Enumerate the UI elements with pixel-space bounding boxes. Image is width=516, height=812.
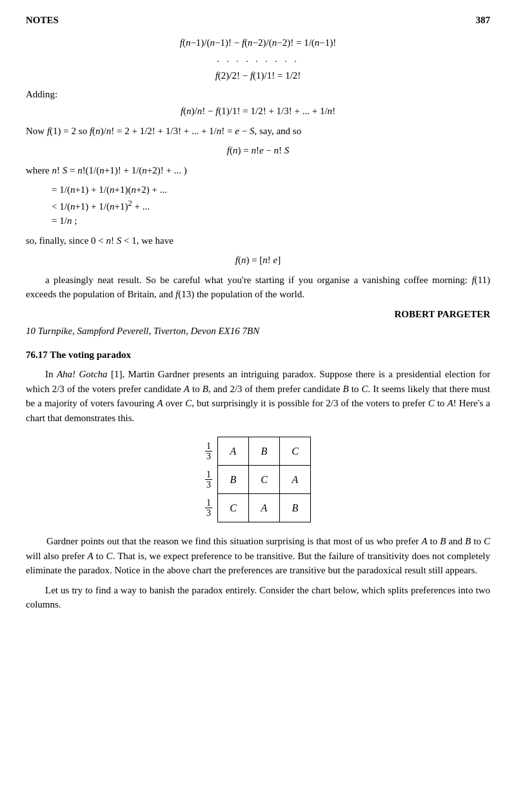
fraction-1-3-third: 1 3 (205, 494, 212, 522)
cell-2-1: B (218, 466, 249, 494)
math-line-2: f(2)/2! − f(1)/1! = 1/2! (26, 68, 490, 83)
header-left: NOTES (26, 13, 59, 28)
math-line-1: f(n−1)/(n−1)! − f(n−2)/(n−2)! = 1/(n−1)! (26, 35, 490, 50)
cell-2-2: C (249, 466, 280, 494)
cell-1-3: C (280, 437, 311, 466)
voting-chart: 1 3 1 3 1 3 A B C (26, 437, 490, 522)
chart-with-fractions: 1 3 1 3 1 3 A B C (205, 437, 311, 522)
frac-3: 1 3 (205, 494, 215, 522)
table-row-2: B C A (218, 466, 311, 494)
cell-3-2: A (249, 494, 280, 522)
math-line-3: f(n)/n! − f(1)/1! = 1/2! + 1/3! + ... + … (26, 104, 490, 119)
cell-1-2: B (249, 437, 280, 466)
math-line-5: f(n) = [n! e] (26, 253, 490, 268)
address: 10 Turnpike, Sampford Peverell, Tiverton… (26, 324, 490, 339)
neat-result-para: a pleasingly neat result. So be careful … (26, 273, 490, 302)
fraction-1-3-second: 1 3 (205, 466, 212, 494)
cell-2-3: A (280, 466, 311, 494)
gardner-para: Gardner points out that the reason we fi… (26, 534, 490, 578)
intro-para: In Aha! Gotcha [1], Martin Gardner prese… (26, 367, 490, 425)
math-line-4: f(n) = n!e − n! S (26, 143, 490, 158)
fraction-1-3-first: 1 3 (205, 437, 212, 466)
page-header: NOTES 387 (26, 13, 490, 28)
banish-para: Let us try to find a way to banish the p… (26, 583, 490, 612)
where-text: where n! S = n!(1/(n+1)! + 1/(n+2)! + ..… (26, 163, 490, 178)
eq1: = 1/(n+1) + 1/(n+1)(n+2) + ... (52, 183, 490, 197)
frac-2: 1 3 (205, 466, 215, 494)
dots-line: . . . . . . . . . (26, 52, 490, 66)
finally-text: so, finally, since 0 < n! S < 1, we have (26, 233, 490, 248)
header-right: 387 (476, 13, 491, 28)
preference-table: A B C B C A C A B (217, 437, 311, 522)
eq3: = 1/n ; (52, 213, 490, 228)
cell-3-3: B (280, 494, 311, 522)
cell-1-1: A (218, 437, 249, 466)
table-row-1: A B C (218, 437, 311, 466)
fraction-labels: 1 3 1 3 1 3 (205, 437, 215, 522)
adding-label: Adding: (26, 87, 490, 102)
cell-3-1: C (218, 494, 249, 522)
author: ROBERT PARGETER (26, 307, 490, 322)
eq2: < 1/(n+1) + 1/(n+1)2 + ... (52, 197, 490, 214)
now-text: Now f(1) = 2 so f(n)/n! = 2 + 1/2! + 1/3… (26, 124, 490, 139)
frac-1: 1 3 (205, 437, 215, 466)
section-title: 76.17 The voting paradox (26, 348, 490, 362)
table-row-3: C A B (218, 494, 311, 522)
